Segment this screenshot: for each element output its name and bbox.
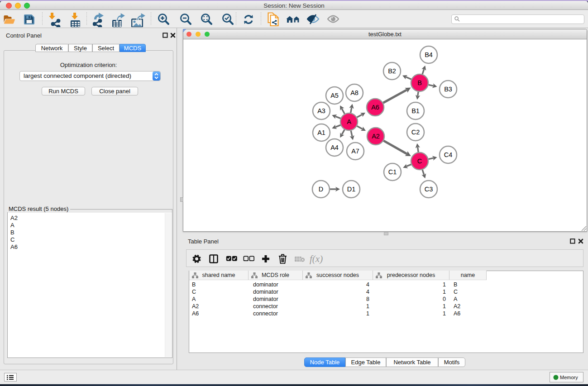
- svg-text:A2: A2: [372, 133, 380, 140]
- svg-text:C: C: [417, 157, 422, 165]
- svg-text:A: A: [347, 118, 351, 125]
- svg-text:C3: C3: [425, 186, 433, 193]
- svg-text:B1: B1: [411, 107, 420, 114]
- svg-text:A6: A6: [371, 104, 379, 111]
- svg-text:B: B: [417, 79, 422, 86]
- svg-text:D: D: [319, 186, 323, 193]
- svg-text:A1: A1: [317, 129, 325, 136]
- svg-text:C4: C4: [444, 151, 453, 158]
- svg-text:A5: A5: [330, 92, 339, 99]
- svg-text:A7: A7: [351, 148, 359, 155]
- svg-text:A8: A8: [350, 89, 359, 96]
- svg-text:A3: A3: [317, 107, 325, 114]
- svg-text:A4: A4: [330, 144, 339, 151]
- svg-text:C2: C2: [411, 129, 420, 136]
- svg-text:C1: C1: [388, 168, 397, 176]
- svg-text:D1: D1: [347, 186, 356, 193]
- svg-text:B4: B4: [425, 51, 433, 58]
- svg-text:B2: B2: [388, 67, 396, 75]
- svg-text:B3: B3: [444, 86, 452, 93]
